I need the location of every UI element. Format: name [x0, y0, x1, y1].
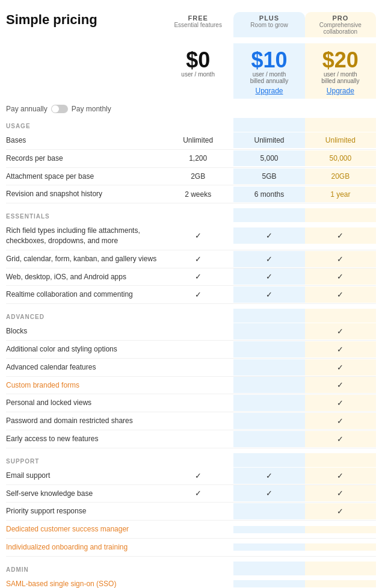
feature-cells-early-access: ✓: [162, 431, 376, 447]
bases-pro: Unlimited: [305, 132, 376, 148]
priority-support-free: [162, 503, 233, 519]
attachment-plus: 5GB: [233, 169, 304, 184]
table-row: Custom branded forms ✓: [6, 377, 376, 395]
feature-cells-email-support: ✓ ✓ ✓: [162, 468, 376, 484]
realtime-free: ✓: [162, 286, 233, 303]
feature-label-dedicated-csm: Dedicated customer success manager: [6, 521, 162, 538]
admin-free-spacer: [162, 562, 233, 575]
feature-label-onboarding: Individualized onboarding and training: [6, 539, 162, 556]
support-section-label: SUPPORT: [6, 453, 162, 467]
attachment-pro: 20GB: [305, 169, 376, 184]
pro-plan-name: PRO: [309, 14, 372, 22]
feature-cells-password: ✓: [162, 413, 376, 429]
feature-cells-rich: ✓ ✓ ✓: [162, 227, 376, 244]
table-row: Attachment space per base 2GB 5GB 20GB: [6, 168, 376, 186]
color-plus: [233, 341, 304, 357]
pro-price-cell: $20 user / month billed annually Upgrade: [305, 43, 376, 99]
pro-price-per: user / month: [309, 71, 372, 78]
feature-label-bases: Bases: [6, 132, 162, 149]
billing-toggle-switch[interactable]: [51, 105, 68, 113]
feature-label-records: Records per base: [6, 150, 162, 167]
support-section: SUPPORT Email support ✓ ✓ ✓ Self-serve k…: [6, 453, 376, 557]
priority-support-plus: [233, 503, 304, 519]
free-price-per: user / month: [166, 71, 230, 78]
essentials-label-col: ESSENTIALS: [6, 208, 162, 222]
admin-section-right: [162, 562, 376, 575]
usage-section-label: USAGE: [6, 118, 162, 132]
feature-cells-custom-branded: ✓: [162, 377, 376, 393]
email-support-plus: ✓: [233, 468, 304, 484]
password-free: [162, 413, 233, 429]
password-plus: [233, 413, 304, 429]
admin-header: ADMIN: [6, 562, 376, 575]
rich-plus: ✓: [233, 227, 304, 244]
advanced-header: ADVANCED: [6, 309, 376, 323]
views-pro: ✓: [305, 251, 376, 267]
custom-branded-pro: ✓: [305, 377, 376, 393]
feature-cells-calendar: ✓: [162, 359, 376, 376]
views-free: ✓: [162, 251, 233, 267]
admin-section: ADMIN SAML-based single sign-on (SSO) Fe…: [6, 562, 376, 588]
feature-cells-color: ✓: [162, 341, 376, 357]
pay-annually-label: Pay annually: [6, 105, 48, 113]
advanced-section: ADVANCED Blocks ✓ Additional color and s…: [6, 309, 376, 448]
bases-plus: Unlimited: [233, 132, 304, 148]
admin-plus-spacer: [233, 562, 304, 575]
billing-toggle: Pay annually Pay monthly: [6, 105, 376, 113]
support-plus-spacer: [233, 453, 304, 467]
calendar-free: [162, 359, 233, 376]
views-plus: ✓: [233, 251, 304, 267]
onboarding-plus: [233, 543, 304, 551]
blocks-plus: [233, 323, 304, 339]
plan-headers: FREE Essential features PLUS Room to gro…: [162, 12, 376, 37]
plus-plan-header: PLUS Room to grow: [233, 12, 304, 37]
feature-cells-priority-support: ✓: [162, 503, 376, 519]
plus-price-per: user / month: [237, 71, 301, 78]
blocks-pro: ✓: [305, 323, 376, 339]
admin-pro-spacer: [305, 562, 376, 575]
feature-label-blocks: Blocks: [6, 323, 162, 340]
pro-upgrade-link-top[interactable]: Upgrade: [309, 87, 372, 95]
free-plan-name: FREE: [166, 14, 230, 22]
color-free: [162, 341, 233, 357]
usage-label-col: USAGE: [6, 118, 162, 132]
feature-label-views: Grid, calendar, form, kanban, and galler…: [6, 250, 162, 268]
email-support-pro: ✓: [305, 468, 376, 484]
revision-pro: 1 year: [305, 187, 376, 202]
custom-branded-plus: [233, 377, 304, 393]
plus-upgrade-link-top[interactable]: Upgrade: [237, 87, 301, 95]
advanced-free-spacer: [162, 309, 233, 323]
admin-label-col: ADMIN: [6, 562, 162, 575]
support-label-col: SUPPORT: [6, 453, 162, 467]
header-section: Simple pricing FREE Essential features P…: [6, 12, 376, 37]
realtime-pro: ✓: [305, 286, 376, 303]
dedicated-csm-plus: [233, 526, 304, 533]
feature-label-priority-support: Priority support response: [6, 503, 162, 520]
plus-plan-name: PLUS: [237, 14, 301, 22]
table-row: Additional color and styling options ✓: [6, 341, 376, 359]
table-row: Email support ✓ ✓ ✓: [6, 467, 376, 485]
apps-pro: ✓: [305, 268, 376, 285]
essentials-section: ESSENTIALS Rich field types including fi…: [6, 208, 376, 304]
feature-cells-attachment: 2GB 5GB 20GB: [162, 169, 376, 184]
email-support-free: ✓: [162, 468, 233, 484]
table-row: Bases Unlimited Unlimited Unlimited: [6, 132, 376, 150]
table-row: Priority support response ✓: [6, 503, 376, 521]
table-row: Advanced calendar features ✓: [6, 359, 376, 377]
onboarding-free: [162, 543, 233, 551]
advanced-pro-spacer: [305, 309, 376, 323]
feature-cells-apps: ✓ ✓ ✓: [162, 268, 376, 285]
saml-pro: [305, 580, 376, 587]
support-pro-spacer: [305, 453, 376, 467]
priority-support-pro: ✓: [305, 503, 376, 519]
pro-price-amount: $20: [309, 49, 372, 71]
feature-cells-onboarding: [162, 543, 376, 551]
dedicated-csm-pro: [305, 526, 376, 533]
usage-section-header: USAGE: [6, 118, 376, 132]
table-row: Dedicated customer success manager: [6, 521, 376, 539]
table-row: Early access to new features ✓: [6, 430, 376, 448]
table-row: Blocks ✓: [6, 323, 376, 341]
feature-cells-revision: 2 weeks 6 months 1 year: [162, 187, 376, 202]
essentials-section-label: ESSENTIALS: [6, 208, 162, 222]
feature-label-attachment: Attachment space per base: [6, 168, 162, 185]
